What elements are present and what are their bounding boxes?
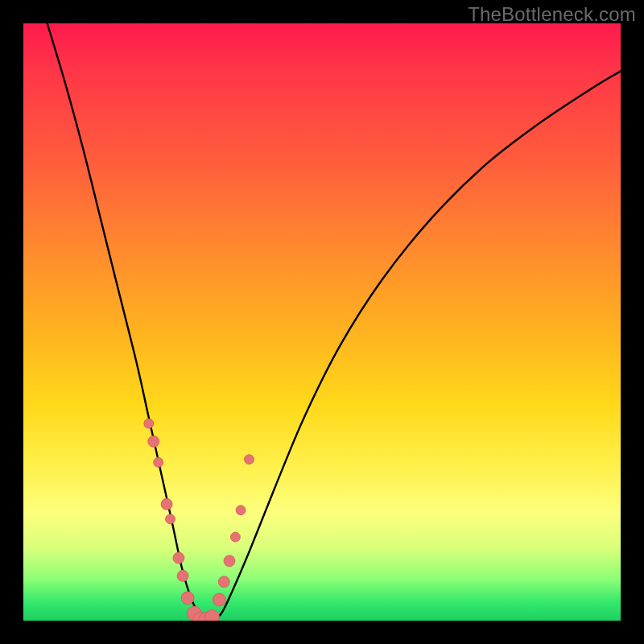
sample-point [193, 613, 208, 621]
sample-point [154, 457, 163, 467]
sample-point [204, 610, 219, 621]
bottleneck-curve [47, 23, 621, 621]
sample-point [236, 506, 246, 515]
watermark-text: TheBottleneck.com [468, 3, 636, 26]
sample-point [230, 532, 240, 542]
sample-point [173, 552, 184, 564]
sample-point [177, 570, 188, 581]
curve-layer [23, 23, 621, 621]
points-layer [23, 23, 621, 621]
sample-point [187, 606, 201, 621]
sample-point [244, 455, 254, 464]
sample-point [161, 498, 172, 510]
chart-frame: TheBottleneck.com [0, 0, 644, 644]
sample-point [213, 593, 225, 606]
sample-point [144, 419, 154, 428]
sample-point [148, 436, 159, 447]
sample-point [199, 613, 213, 621]
sample-point [181, 592, 194, 605]
plot-area [23, 23, 621, 621]
sample-point [224, 555, 235, 567]
sample-point [166, 514, 175, 524]
sample-point [218, 576, 229, 588]
